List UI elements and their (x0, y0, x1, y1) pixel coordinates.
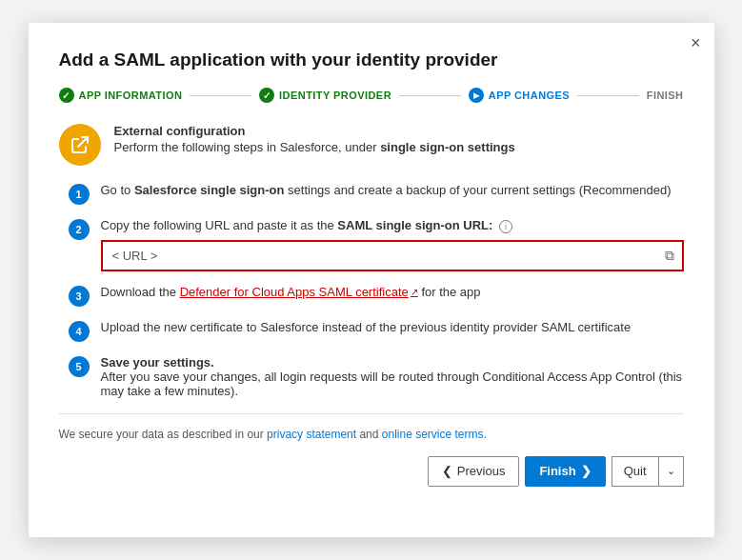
external-config-icon (59, 124, 101, 166)
footer-privacy-text: We secure your data as described in our … (59, 428, 684, 441)
step-4-content: Upload the new certificate to Salesforce… (101, 320, 684, 334)
step-5-content: Save your settings. After you save your … (101, 355, 684, 398)
step-icon-app-changes: ▶ (469, 88, 484, 103)
step-identity-provider: ✓ IDENTITY PROVIDER (259, 88, 391, 103)
cert-link[interactable]: Defender for Cloud Apps SAML certificate… (180, 285, 418, 299)
info-icon: i (499, 220, 512, 233)
url-placeholder-text: < URL > (112, 249, 158, 263)
stepper: ✓ APP INFORMATION ✓ IDENTITY PROVIDER ▶ … (59, 88, 684, 103)
connector-1 (190, 95, 251, 96)
list-item: 1 Go to Salesforce single sign-on settin… (69, 183, 684, 205)
list-item: 5 Save your settings. After you save you… (69, 355, 684, 398)
quit-split-button: Quit ⌄ (612, 456, 684, 487)
step-3-content: Download the Defender for Cloud Apps SAM… (101, 285, 684, 299)
external-config-text: External configuration Perform the follo… (114, 124, 515, 154)
step-number-2: 2 (69, 219, 90, 240)
previous-label: Previous (457, 464, 506, 478)
footer-actions: ❮ Previous Finish ❯ Quit ⌄ (59, 456, 684, 487)
step-number-1: 1 (69, 184, 90, 205)
step-app-information: ✓ APP INFORMATION (59, 88, 183, 103)
step-2-content: Copy the following URL and paste it as t… (101, 218, 684, 271)
step-number-4: 4 (69, 321, 90, 342)
step-label-app-information: APP INFORMATION (79, 90, 183, 101)
external-config-banner: External configuration Perform the follo… (59, 124, 684, 166)
steps-list: 1 Go to Salesforce single sign-on settin… (69, 183, 684, 398)
connector-2 (399, 95, 461, 96)
previous-icon: ❮ (442, 464, 452, 478)
external-config-title: External configuration (114, 124, 515, 138)
previous-button[interactable]: ❮ Previous (428, 456, 520, 487)
external-link-icon: ↗ (411, 287, 418, 297)
privacy-link[interactable]: privacy statement (267, 428, 356, 441)
saml-dialog: × Add a SAML application with your ident… (29, 23, 714, 537)
divider (59, 413, 684, 414)
step-finish: FINISH (647, 90, 684, 101)
connector-3 (577, 95, 639, 96)
finish-button[interactable]: Finish ❯ (525, 456, 605, 487)
finish-icon: ❯ (581, 464, 592, 478)
step-label-identity-provider: IDENTITY PROVIDER (279, 90, 391, 101)
finish-label: Finish (539, 464, 575, 478)
step-number-3: 3 (69, 286, 90, 307)
step-number-5: 5 (69, 356, 90, 377)
list-item: 4 Upload the new certificate to Salesfor… (69, 320, 684, 342)
step-label-app-changes: APP CHANGES (489, 90, 570, 101)
list-item: 3 Download the Defender for Cloud Apps S… (69, 285, 684, 307)
step-icon-identity-provider: ✓ (259, 88, 274, 103)
url-display-box[interactable]: < URL > ⧉ (101, 240, 684, 271)
step-1-content: Go to Salesforce single sign-on settings… (101, 183, 684, 197)
step-label-finish: FINISH (647, 90, 684, 101)
quit-button[interactable]: Quit (612, 456, 658, 487)
quit-dropdown-arrow[interactable]: ⌄ (658, 456, 684, 487)
external-config-desc: Perform the following steps in Salesforc… (114, 140, 515, 154)
step-app-changes: ▶ APP CHANGES (469, 88, 570, 103)
close-button[interactable]: × (691, 34, 701, 51)
copy-icon[interactable]: ⧉ (665, 248, 674, 264)
terms-link[interactable]: online service terms (382, 428, 484, 441)
dialog-title: Add a SAML application with your identit… (59, 50, 684, 70)
step-icon-app-information: ✓ (59, 88, 74, 103)
list-item: 2 Copy the following URL and paste it as… (69, 218, 684, 271)
